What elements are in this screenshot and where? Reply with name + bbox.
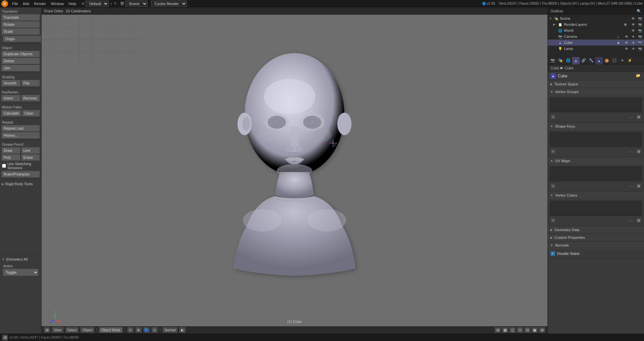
viewport-icon-btn[interactable]: ⊞ bbox=[44, 327, 50, 333]
vc-settings-btn[interactable]: ⚙ bbox=[636, 218, 641, 223]
lamp-cursor[interactable]: ✛ bbox=[631, 46, 636, 51]
prop-icon-texture[interactable]: ⬛ bbox=[611, 57, 618, 64]
menu-add[interactable]: Add bbox=[21, 1, 32, 6]
view-menu-btn[interactable]: View bbox=[52, 327, 64, 333]
prop-browse-icon[interactable]: 📂 bbox=[636, 73, 641, 79]
scene-eye[interactable]: 👁 bbox=[631, 16, 636, 21]
prop-icon-world[interactable]: 🌐 bbox=[565, 57, 572, 64]
status-icon[interactable]: ⊞ bbox=[2, 335, 8, 341]
normals-header[interactable]: Normals bbox=[548, 242, 644, 249]
viewport-icon7[interactable]: ⊞ bbox=[539, 327, 545, 333]
viewport-icon4[interactable]: ⊡ bbox=[517, 327, 523, 333]
outliner-search[interactable]: 🔍 bbox=[637, 9, 641, 13]
action-select[interactable]: Toggle bbox=[3, 269, 39, 276]
viewport-3d-content[interactable] bbox=[42, 15, 547, 326]
outliner-item-camera[interactable]: 📷 Camera ⌂ 👁 ✛ 📷 bbox=[548, 33, 644, 40]
translate-button[interactable]: Translate bbox=[1, 14, 40, 21]
flat-button[interactable]: Flat bbox=[21, 80, 40, 86]
calculate-button[interactable]: Calculate bbox=[1, 110, 21, 117]
prop-icon-modifier[interactable]: 🔧 bbox=[588, 57, 595, 64]
clear-button[interactable]: Clear bbox=[22, 110, 40, 117]
delete-button[interactable]: Delete bbox=[1, 58, 40, 64]
deselect-all-header[interactable]: (De)select All bbox=[0, 256, 41, 263]
world-render[interactable]: 📷 bbox=[637, 28, 643, 33]
vg-add-btn[interactable]: + bbox=[550, 114, 556, 120]
pivot-icon[interactable]: ⊙ bbox=[127, 327, 134, 333]
lamp-render[interactable]: 📷 bbox=[637, 46, 643, 51]
prop-icon-particles[interactable]: ✦ bbox=[619, 57, 626, 64]
use-sketching-checkbox[interactable] bbox=[2, 164, 6, 168]
history-button[interactable]: History... bbox=[1, 132, 40, 139]
renderlayers-render[interactable]: 📷 bbox=[637, 22, 643, 27]
prop-icon-physics[interactable]: ⚡ bbox=[626, 57, 634, 64]
poly-button[interactable]: Poly bbox=[1, 154, 20, 161]
viewport-icon6[interactable]: ▣ bbox=[531, 327, 538, 333]
outliner-item-renderlayers[interactable]: ▶ 📋 RenderLayers ⊕ 👁 📷 bbox=[548, 21, 644, 27]
origin-button[interactable]: Origin bbox=[3, 36, 41, 42]
breadcrumb-cube2[interactable]: Cube bbox=[565, 66, 573, 70]
screen-selector[interactable]: Default bbox=[86, 1, 109, 7]
blender-logo[interactable]: B bbox=[1, 0, 8, 7]
cube-eye[interactable]: 👁 bbox=[624, 40, 629, 45]
shading-type-icon[interactable]: ◐ bbox=[179, 327, 186, 333]
menu-window[interactable]: Window bbox=[49, 1, 66, 6]
menu-help[interactable]: Help bbox=[67, 1, 78, 6]
line-button[interactable]: Line bbox=[21, 147, 40, 154]
prop-icon-scene[interactable]: 🎭 bbox=[557, 57, 564, 64]
outliner-item-world[interactable]: 🌐 World 👁 📷 bbox=[548, 27, 644, 33]
prop-icon-data[interactable]: ▲ bbox=[595, 57, 603, 64]
prop-icon-object[interactable]: ▲ bbox=[572, 57, 580, 64]
shading-btn[interactable]: Normal bbox=[162, 327, 178, 333]
duplicate-objects-button[interactable]: Duplicate Objects bbox=[1, 51, 40, 57]
cube-render[interactable]: 📷 bbox=[637, 40, 643, 45]
vc-add-btn[interactable]: + bbox=[550, 218, 556, 223]
vg-settings-btn[interactable]: ⚙ bbox=[636, 114, 641, 120]
camera-cursor[interactable]: ✛ bbox=[631, 34, 636, 39]
rotate-button[interactable]: Rotate bbox=[1, 21, 40, 28]
breadcrumb-cube1[interactable]: Cube bbox=[550, 66, 559, 70]
uv-add-btn[interactable]: + bbox=[550, 183, 556, 189]
prop-icon-render[interactable]: 📷 bbox=[549, 57, 556, 64]
prop-edit-icon[interactable]: ⊙ bbox=[151, 327, 158, 333]
sk-add-btn[interactable]: + bbox=[550, 149, 556, 154]
draw-button[interactable]: Draw bbox=[1, 147, 20, 154]
scene-render[interactable]: 📷 bbox=[637, 16, 643, 21]
lamp-eye[interactable]: 👁 bbox=[624, 46, 629, 51]
ruler-protractor-button[interactable]: Ruler/Protractor bbox=[1, 171, 40, 178]
viewport-icon5[interactable]: ⊟ bbox=[524, 327, 531, 333]
rigid-body-tools-header[interactable]: Rigid Body Tools bbox=[0, 181, 41, 187]
outliner-item-lamp[interactable]: 💡 Lamp 👁 ✛ 📷 bbox=[548, 46, 644, 52]
renderlayers-icon2[interactable]: ⊕ bbox=[624, 22, 629, 27]
viewport-icon3[interactable]: ◫ bbox=[509, 327, 516, 333]
world-eye[interactable]: 👁 bbox=[631, 28, 636, 33]
outliner-item-cube[interactable]: ▲ Cube ◈ 👁 ✛ 📷 bbox=[548, 40, 644, 46]
viewport-icon2[interactable]: ▦ bbox=[502, 327, 508, 333]
custom-properties-header[interactable]: Custom Properties bbox=[548, 234, 644, 241]
object-menu-btn[interactable]: Object bbox=[80, 327, 95, 333]
scene-selector[interactable]: Scene bbox=[125, 1, 148, 7]
join-button[interactable]: Join bbox=[1, 65, 40, 71]
manipulator-icon[interactable]: ⊕ bbox=[135, 327, 142, 333]
renderlayers-eye[interactable]: 👁 bbox=[631, 22, 636, 27]
prop-icon-material[interactable]: ⬤ bbox=[603, 57, 610, 64]
viewport-area[interactable]: Front Ortho 10 Centimeters bbox=[42, 7, 547, 334]
vertex-groups-header[interactable]: Vertex Groups bbox=[548, 88, 644, 95]
cube-cursor[interactable]: ✛ bbox=[631, 40, 636, 45]
shape-keys-header[interactable]: Shape Keys bbox=[548, 123, 644, 130]
erase-button[interactable]: Erase bbox=[21, 154, 40, 161]
select-menu-btn[interactable]: Select bbox=[65, 327, 79, 333]
smooth-button[interactable]: Smooth bbox=[1, 80, 20, 86]
snap-icon[interactable]: 🔵 bbox=[143, 327, 150, 333]
geometry-data-header[interactable]: Geometry Data bbox=[548, 226, 644, 233]
render-engine-selector[interactable]: Cycles Render bbox=[151, 1, 187, 7]
texture-space-header[interactable]: Texture Space bbox=[548, 80, 644, 88]
scale-button[interactable]: Scale bbox=[1, 28, 40, 35]
mode-selector[interactable]: Object Mode bbox=[99, 327, 123, 333]
remove-button[interactable]: Remove bbox=[21, 95, 40, 101]
camera-eye[interactable]: 👁 bbox=[624, 34, 629, 39]
uv-settings-btn[interactable]: ⚙ bbox=[636, 183, 641, 189]
insert-button[interactable]: Insert bbox=[1, 95, 20, 101]
vertex-colors-header[interactable]: Vertex Colors bbox=[548, 192, 644, 199]
prop-icon-constraints[interactable]: 🔗 bbox=[580, 57, 587, 64]
camera-render[interactable]: 📷 bbox=[637, 34, 643, 39]
